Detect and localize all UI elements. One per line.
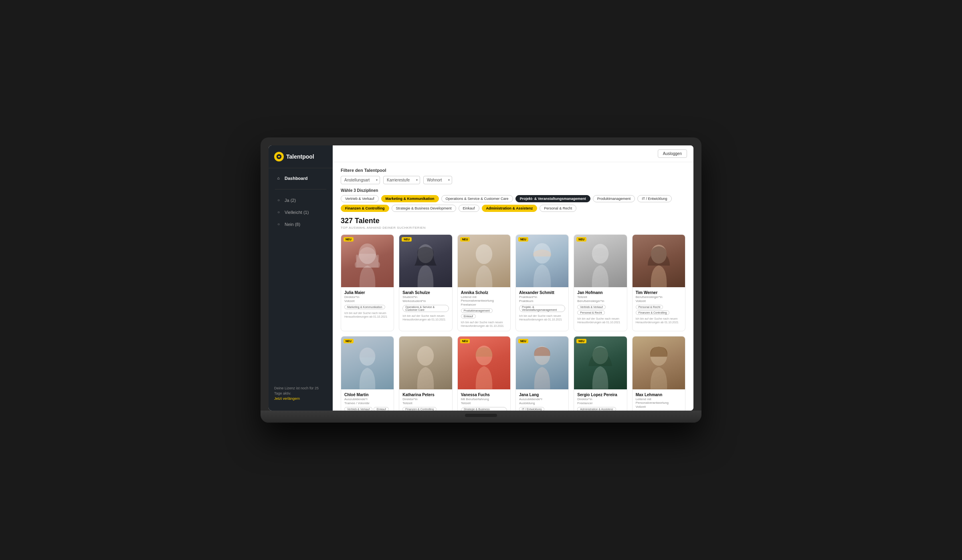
tag-it[interactable]: IT / Entwicklung	[637, 195, 671, 202]
talent-photo: NEU	[574, 235, 627, 287]
talent-name: Julia Maier	[344, 290, 390, 295]
sidebar-item-maybe[interactable]: ○ Vielleicht (1)	[272, 207, 329, 218]
sidebar-item-dashboard[interactable]: ⌂ Dashboard	[272, 173, 329, 183]
filter-row: Anstellungsart Karrierestufe Wohnort	[341, 176, 685, 184]
talent-card[interactable]: NEU Annika Scholz Leitend mit Personalve…	[457, 234, 511, 332]
talent-name: Alexander Schmitt	[519, 290, 565, 295]
filter-title: Filtere den Talentpool	[341, 168, 685, 173]
talent-tags: Vertrieb & VerkaufPersonal & Recht	[577, 305, 623, 315]
employment-type-select[interactable]: Anstellungsart	[341, 176, 380, 184]
talent-card[interactable]: Katharina Peters Direktor*in Teilzeit Fi…	[399, 336, 452, 411]
talent-worktype: Vollzeit	[636, 405, 682, 409]
talent-name: Annika Scholz	[461, 290, 507, 295]
content-area: Filtere den Talentpool Anstellungsart Ka…	[333, 162, 693, 411]
person-photo	[633, 336, 685, 389]
talent-info: Julia Maier Direktor*in Vollzeit Marketi…	[341, 287, 394, 322]
talent-name: Jana Lang	[519, 393, 565, 397]
sidebar-notice: Deine Lizenz ist noch für 25 Tage aktiv.…	[269, 383, 333, 404]
talent-photo: NEU	[516, 336, 568, 389]
talent-photo	[399, 336, 452, 389]
tag-operations[interactable]: Operations & Service & Customer Care	[441, 195, 513, 202]
talent-role: Leitend mit Personalverantwortung	[461, 295, 507, 302]
talent-worktype: Werksstudent*in	[402, 299, 449, 303]
talent-card[interactable]: NEU Jan Hofmann Teilzeit Berufseinsteige…	[574, 234, 627, 332]
sidebar: Talentpool ⌂ Dashboard ○ Ja (2) ○ Vielle…	[269, 145, 333, 411]
talent-info: Jan Hofmann Teilzeit Berufseinsteiger*in…	[574, 287, 627, 327]
discipline-tags-row1: Vertrieb & Verkauf Marketing & Kommunika…	[341, 195, 685, 202]
talent-photo: NEU	[458, 235, 510, 287]
logo-area: Talentpool	[269, 152, 333, 168]
location-select[interactable]: Wohnort	[423, 176, 452, 184]
tag-personal[interactable]: Personal & Recht	[540, 205, 576, 212]
talent-tag: Einkauf	[374, 407, 388, 411]
location-wrapper[interactable]: Wohnort	[423, 176, 452, 184]
talent-card[interactable]: NEU Jana Lang Auszubildende*r Ausbildung…	[515, 336, 569, 411]
neu-badge: NEU	[518, 339, 528, 343]
talent-tags: Administration & AssistenzEinkauf	[577, 407, 623, 411]
person-photo	[458, 235, 510, 287]
talent-tag: Finanzen & Controlling	[402, 407, 437, 411]
talent-card[interactable]: NEU Vanessa Fuchs Mit Berufserfahrung Te…	[457, 336, 511, 411]
svg-point-3	[476, 244, 492, 264]
talent-description: Ich bin auf der Suche nach neuen Herausf…	[636, 317, 682, 324]
talent-tag: Strategie & Business Development	[461, 407, 507, 411]
talent-card[interactable]: NEU Sergio Lopez Pereira Direktor*in Fre…	[574, 336, 627, 411]
topbar: Ausloggen	[333, 145, 693, 162]
talent-photo	[633, 235, 685, 287]
talent-photo: NEU	[574, 336, 627, 389]
results-count: 327 Talente	[341, 217, 685, 225]
talent-description: Ich bin auf der Suche nach neuen Herausf…	[519, 314, 565, 321]
talent-worktype: Teilzeit	[461, 401, 507, 405]
talent-name: Max Lehmann	[636, 393, 682, 397]
talent-worktype: Freelancer	[577, 401, 623, 405]
sidebar-item-no[interactable]: ○ Nein (8)	[272, 219, 329, 230]
tag-finanzen[interactable]: Finanzen & Controlling	[341, 205, 389, 212]
career-level-wrapper[interactable]: Karrierestufe	[383, 176, 420, 184]
person-photo	[458, 336, 510, 389]
talent-tag: Einkauf	[461, 314, 476, 318]
neu-badge: NEU	[460, 339, 470, 343]
logout-button[interactable]: Ausloggen	[658, 149, 687, 158]
tag-marketing[interactable]: Marketing & Kommunikation	[381, 195, 439, 202]
talent-tag: Personal & Recht	[577, 310, 604, 315]
talent-card[interactable]: NEU Sarah Schulze Student*in Werksstuden…	[399, 234, 452, 332]
talent-photo: NEU	[341, 336, 394, 389]
discipline-title: Wähle 3 Disziplinen	[341, 188, 685, 193]
tag-vertrieb[interactable]: Vertrieb & Verkauf	[341, 195, 379, 202]
tag-produktmanagement[interactable]: Produktmanagement	[593, 195, 635, 202]
talent-card[interactable]: NEU Chloé Martin Auszubildende*r Trainee…	[341, 336, 394, 411]
neu-badge: NEU	[576, 339, 586, 343]
talent-role: Teilzeit	[577, 295, 623, 299]
talent-card[interactable]: NEU Julia Maier Direktor*in Vollzeit Mar…	[341, 234, 394, 332]
tag-strategie[interactable]: Strategie & Business Development	[392, 205, 456, 212]
person-photo	[341, 235, 394, 287]
talent-role: Praktikant*in	[519, 295, 565, 299]
tag-einkauf[interactable]: Einkauf	[459, 205, 479, 212]
talent-tags: Operations & Service & Customer Care	[402, 305, 449, 312]
career-level-select[interactable]: Karrierestufe	[383, 176, 420, 184]
talent-role: Auszubildende*r	[344, 397, 390, 401]
person-photo	[633, 235, 685, 287]
talent-tag: Administration & Assistenz	[577, 407, 616, 411]
talent-role: Direktor*in	[344, 295, 390, 299]
tag-administration[interactable]: Administration & Assistenz	[482, 205, 538, 212]
talent-photo: NEU	[399, 235, 452, 287]
talent-role: Direktor*in	[577, 397, 623, 401]
talent-card[interactable]: NEU Alexander Schmitt Praktikant*in Prak…	[515, 234, 569, 332]
neu-badge: NEU	[460, 237, 470, 242]
talent-photo: NEU	[516, 235, 568, 287]
neu-badge: NEU	[344, 237, 354, 242]
extend-license-link[interactable]: Jetzt verlängern	[274, 397, 300, 401]
talent-info: Sergio Lopez Pereira Direktor*in Freelan…	[574, 389, 627, 411]
sidebar-item-yes[interactable]: ○ Ja (2)	[272, 195, 329, 205]
tag-projekt[interactable]: Projekt- & Veranstaltungsmanagement	[515, 195, 590, 202]
talent-info: Annika Scholz Leitend mit Personalverant…	[458, 287, 510, 331]
employment-type-wrapper[interactable]: Anstellungsart	[341, 176, 380, 184]
maybe-icon: ○	[276, 209, 281, 215]
talent-card[interactable]: Tim Werner Berufseinsteiger*in Vollzeit …	[632, 234, 685, 332]
talent-card[interactable]: Max Lehmann Leitend mit Personalverantwo…	[632, 336, 685, 411]
person-photo	[341, 336, 394, 389]
main-content: Ausloggen Filtere den Talentpool Anstell…	[333, 145, 693, 411]
talent-worktype: Ausbildung	[519, 401, 565, 405]
talent-photo: NEU	[458, 336, 510, 389]
